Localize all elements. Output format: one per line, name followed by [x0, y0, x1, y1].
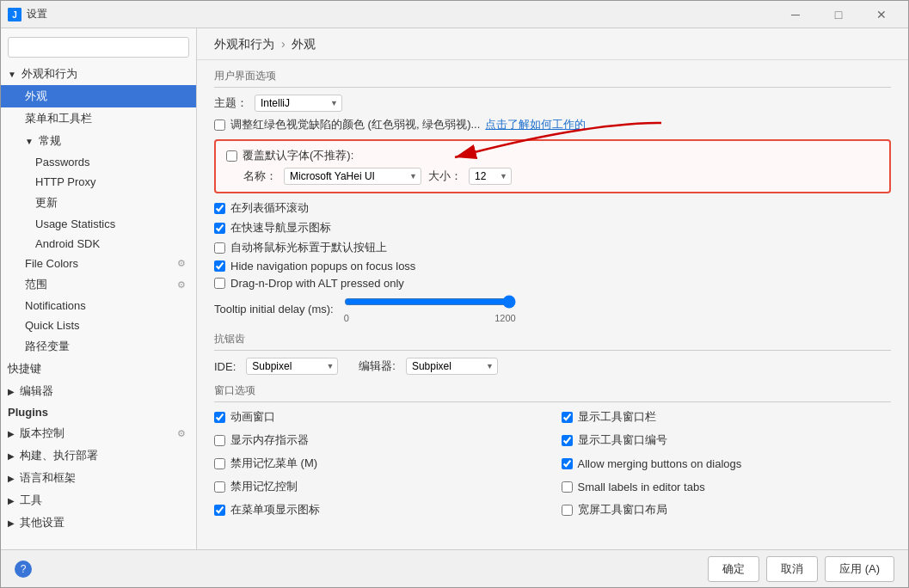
- sidebar-item-appearance-behavior[interactable]: ▼ 外观和行为: [1, 63, 196, 85]
- show-numbers-checkbox[interactable]: [562, 435, 573, 446]
- sidebar-item-label: Passwords: [35, 156, 90, 168]
- config-icon2: ⚙: [177, 279, 186, 291]
- sidebar-item-plugins[interactable]: Plugins: [1, 402, 196, 422]
- minimize-button[interactable]: ─: [776, 1, 815, 28]
- sidebar-item-other-settings[interactable]: ▶ 其他设置: [1, 511, 196, 534]
- color-blind-link[interactable]: 点击了解如何工作的: [485, 117, 586, 132]
- settings-window: J 设置 ─ □ ✕ ▼ 外观和行为 外观 菜单和工具栏 ▼: [0, 0, 909, 588]
- sidebar-item-general[interactable]: ▼ 常规: [1, 130, 196, 152]
- sidebar-item-label: 更新: [35, 195, 58, 211]
- sidebar-item-path-variables[interactable]: 路径变量: [1, 335, 196, 358]
- expand-icon: ▶: [8, 474, 15, 483]
- window-opt-disable-controls: 禁用记忆控制: [214, 479, 544, 494]
- svg-text:J: J: [12, 10, 17, 20]
- disable-menu-label: 禁用记忆菜单 (M): [230, 456, 317, 471]
- hide-nav-row: Hide navigation popups on focus loss: [214, 260, 891, 273]
- sidebar-item-scope[interactable]: 范围 ⚙: [1, 273, 196, 296]
- search-input[interactable]: [8, 37, 189, 58]
- animate-label: 动画窗口: [230, 409, 275, 425]
- theme-select[interactable]: IntelliJ Darcula High Contrast: [255, 95, 342, 112]
- font-name-select[interactable]: Microsoft YaHei UI: [284, 168, 421, 185]
- show-icons-checkbox[interactable]: [214, 223, 225, 234]
- sidebar-item-quick-lists[interactable]: Quick Lists: [1, 315, 196, 335]
- sidebar-item-updates[interactable]: 更新: [1, 192, 196, 214]
- sidebar-item-android-sdk[interactable]: Android SDK: [1, 234, 196, 254]
- sidebar-item-lang-framework[interactable]: ▶ 语言和框架: [1, 467, 196, 489]
- sidebar-item-label: 菜单和工具栏: [25, 111, 92, 126]
- close-button[interactable]: ✕: [862, 1, 901, 28]
- window-opt-animate: 动画窗口: [214, 409, 544, 425]
- ide-aa-select[interactable]: Subpixel Greyscale LCD Hinting No antial…: [246, 358, 338, 375]
- disable-menu-checkbox[interactable]: [214, 458, 225, 469]
- sidebar-item-usage-statistics[interactable]: Usage Statistics: [1, 214, 196, 234]
- sidebar-item-passwords[interactable]: Passwords: [1, 152, 196, 172]
- window-options-title: 窗口选项: [214, 383, 891, 402]
- show-icons-label: 在快速导航显示图标: [230, 220, 331, 236]
- sidebar-item-tools[interactable]: ▶ 工具: [1, 489, 196, 511]
- tooltip-slider[interactable]: [344, 295, 516, 309]
- hide-nav-checkbox[interactable]: [214, 260, 225, 272]
- sidebar: ▼ 外观和行为 外观 菜单和工具栏 ▼ 常规 Passwords HTTP Pr…: [1, 28, 197, 549]
- disable-controls-checkbox[interactable]: [214, 481, 225, 493]
- drag-drop-label: Drag-n-Drop with ALT pressed only: [230, 277, 404, 290]
- content-area: ▼ 外观和行为 外观 菜单和工具栏 ▼ 常规 Passwords HTTP Pr…: [1, 28, 908, 549]
- memory-checkbox[interactable]: [214, 435, 225, 446]
- color-blind-checkbox[interactable]: [214, 119, 225, 131]
- small-labels-checkbox[interactable]: [562, 481, 573, 493]
- scroll-lists-label: 在列表循环滚动: [230, 200, 309, 216]
- config-icon3: ⚙: [177, 428, 186, 439]
- editor-aa-label: 编辑器:: [359, 358, 396, 374]
- help-button[interactable]: ?: [15, 560, 32, 578]
- drag-drop-checkbox[interactable]: [214, 278, 225, 289]
- bottom-bar: ? 确定 取消 应用 (A): [1, 549, 908, 587]
- slider-container: 0 1200: [344, 295, 516, 323]
- font-name-label: 名称：: [243, 168, 277, 184]
- scroll-lists-checkbox[interactable]: [214, 203, 225, 214]
- cancel-button[interactable]: 取消: [766, 556, 818, 582]
- widescreen-checkbox[interactable]: [562, 505, 573, 516]
- sidebar-item-version-control[interactable]: ▶ 版本控制 ⚙: [1, 422, 196, 444]
- sidebar-item-notifications[interactable]: Notifications: [1, 296, 196, 315]
- sidebar-item-label: File Colors: [25, 257, 78, 270]
- sidebar-item-appearance[interactable]: 外观: [1, 85, 196, 107]
- sidebar-item-label: Usage Statistics: [35, 217, 115, 230]
- sidebar-item-http-proxy[interactable]: HTTP Proxy: [1, 172, 196, 192]
- sidebar-item-label: 编辑器: [20, 383, 53, 399]
- sidebar-item-label: Android SDK: [35, 237, 100, 250]
- font-config-row: 名称： Microsoft YaHei UI 大小： 12 11: [226, 168, 879, 185]
- ok-button[interactable]: 确定: [708, 556, 759, 582]
- sidebar-item-label: HTTP Proxy: [35, 175, 96, 188]
- main-header: 外观和行为 › 外观: [197, 28, 908, 60]
- drag-drop-row: Drag-n-Drop with ALT pressed only: [214, 277, 891, 290]
- sidebar-item-label: 外观和行为: [21, 66, 77, 82]
- editor-aa-select-wrapper: Subpixel Greyscale LCD Hinting No antial…: [406, 358, 498, 375]
- tooltip-row: Tooltip initial delay (ms): 0 1200: [214, 295, 891, 323]
- sidebar-item-label: 范围: [25, 277, 47, 292]
- auto-position-checkbox[interactable]: [214, 242, 225, 254]
- override-font-row: 覆盖默认字体(不推荐):: [226, 148, 879, 163]
- animate-checkbox[interactable]: [214, 412, 225, 423]
- override-font-checkbox[interactable]: [226, 150, 237, 162]
- sidebar-item-file-colors[interactable]: File Colors ⚙: [1, 254, 196, 273]
- expand-icon: ▼: [8, 70, 16, 79]
- sidebar-item-label: Notifications: [25, 299, 86, 312]
- scroll-lists-row: 在列表循环滚动: [214, 200, 891, 216]
- font-size-select[interactable]: 12 11 13 14: [469, 168, 512, 185]
- main-wrapper: 外观和行为 › 外观 用户界面选项 主题： IntelliJ Darcula: [197, 28, 908, 549]
- slider-min: 0: [344, 313, 349, 323]
- small-labels-label: Small labels in editor tabs: [578, 481, 705, 493]
- sidebar-item-build-deploy[interactable]: ▶ 构建、执行部署: [1, 444, 196, 467]
- apply-button[interactable]: 应用 (A): [825, 556, 894, 582]
- window-opt-merge-buttons: Allow merging buttons on dialogs: [562, 456, 892, 471]
- override-font-label: 覆盖默认字体(不推荐):: [243, 148, 353, 163]
- maximize-button[interactable]: □: [819, 1, 858, 28]
- merge-buttons-checkbox[interactable]: [562, 458, 573, 469]
- sidebar-item-keymap[interactable]: 快捷键: [1, 358, 196, 380]
- show-icons-menu-checkbox[interactable]: [214, 505, 225, 516]
- expand-icon: ▼: [25, 137, 34, 146]
- editor-aa-select[interactable]: Subpixel Greyscale LCD Hinting No antial…: [406, 358, 498, 375]
- sidebar-item-label: 工具: [20, 493, 42, 508]
- sidebar-item-menus-toolbars[interactable]: 菜单和工具栏: [1, 107, 196, 130]
- show-toolbar-checkbox[interactable]: [562, 412, 573, 423]
- sidebar-item-editor[interactable]: ▶ 编辑器: [1, 380, 196, 402]
